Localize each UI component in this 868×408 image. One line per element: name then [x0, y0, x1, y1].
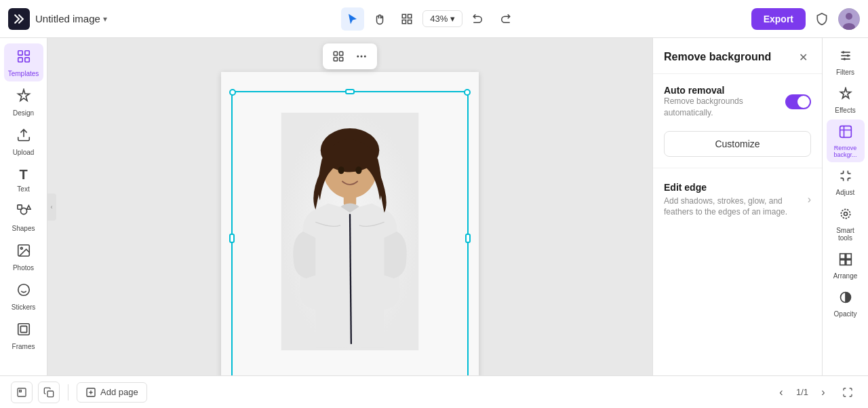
right-item-arrange[interactable]: Arrange	[827, 247, 865, 284]
right-item-filters[interactable]: Filters	[827, 43, 865, 80]
replace-image-button[interactable]	[328, 46, 349, 67]
sidebar-item-frames[interactable]: Frames	[4, 316, 43, 354]
sidebar-item-design[interactable]: Design	[4, 83, 43, 121]
svg-rect-10	[24, 58, 28, 62]
add-page-button[interactable]: Add page	[77, 382, 147, 403]
svg-point-40	[844, 212, 847, 216]
floating-toolbar	[323, 43, 377, 69]
bottom-bar: Add page ‹ 1/1 ›	[0, 375, 868, 408]
panel-close-button[interactable]: ✕	[795, 49, 811, 65]
edit-edge-row[interactable]: Edit edge Add shadows, strokes, glow, an…	[664, 179, 811, 221]
undo-button[interactable]	[467, 7, 490, 31]
image-selection	[231, 91, 469, 375]
svg-rect-48	[20, 390, 22, 392]
next-page-button[interactable]: ›	[814, 383, 833, 402]
stickers-icon	[16, 282, 31, 301]
svg-point-31	[361, 56, 363, 58]
main-area: Templates Design Upload T Text Shapes	[0, 38, 868, 375]
auto-removal-toggle[interactable]	[785, 94, 811, 109]
edit-edge-info: Edit edge Add shadows, strokes, glow, an…	[664, 182, 808, 219]
opacity-label: Opacity	[834, 310, 857, 318]
sidebar-item-stickers[interactable]: Stickers	[4, 277, 43, 315]
svg-rect-0	[403, 14, 406, 18]
topbar: Untitled image ▾ 43% ▾ Export	[0, 0, 868, 38]
svg-rect-8	[24, 51, 28, 55]
sidebar-item-shapes[interactable]: Shapes	[4, 198, 43, 236]
svg-rect-49	[47, 391, 54, 397]
right-item-opacity[interactable]: Opacity	[827, 285, 865, 322]
add-page-label: Add page	[100, 387, 138, 397]
svg-rect-2	[403, 20, 406, 23]
svg-rect-3	[408, 20, 412, 23]
sidebar-label-design: Design	[13, 109, 34, 117]
right-item-adjust[interactable]: Adjust	[827, 164, 865, 200]
upload-icon	[16, 128, 31, 146]
sidebar-label-shapes: Shapes	[12, 225, 35, 232]
panel-content: Remove background ✕ Auto removal Remove …	[652, 38, 822, 375]
sidebar-item-templates[interactable]: Templates	[4, 43, 43, 81]
svg-rect-29	[340, 58, 343, 61]
svg-rect-28	[334, 58, 337, 61]
handle-middle-left[interactable]	[229, 234, 235, 243]
adjust-label: Adjust	[836, 189, 855, 196]
divider	[68, 384, 68, 401]
left-sidebar: Templates Design Upload T Text Shapes	[0, 38, 47, 375]
templates-icon	[16, 49, 31, 67]
frames-icon	[16, 322, 31, 340]
more-options-button[interactable]	[351, 46, 372, 67]
handle-top-center[interactable]	[345, 89, 355, 94]
shield-button[interactable]	[811, 8, 833, 30]
panel-header: Remove background ✕	[653, 38, 822, 74]
sidebar-item-photos[interactable]: Photos	[4, 238, 43, 276]
right-icon-bar: Filters Effects Remove backgr... Adjust	[822, 38, 868, 375]
thumbnail-button[interactable]	[11, 382, 33, 403]
sidebar-label-upload: Upload	[13, 149, 35, 156]
pointer-tool[interactable]	[341, 7, 364, 31]
svg-point-41	[841, 209, 850, 218]
redo-button[interactable]	[494, 7, 517, 31]
svg-rect-7	[18, 51, 22, 55]
page-number: 1/1	[796, 387, 808, 397]
edit-edge-desc: Add shadows, strokes, glow, and feathers…	[664, 196, 808, 219]
remove-bg-label: Remove backgr...	[829, 145, 862, 158]
auto-removal-desc: Remove backgrounds automatically.	[664, 96, 785, 119]
right-item-effects[interactable]: Effects	[827, 81, 865, 118]
zoom-control[interactable]: 43% ▾	[422, 10, 462, 27]
right-item-smart-tools[interactable]: Smart tools	[827, 202, 865, 246]
copy-button[interactable]	[38, 382, 60, 403]
auto-removal-info: Auto removal Remove backgrounds automati…	[664, 85, 785, 119]
sidebar-collapse-handle[interactable]: ‹	[47, 193, 56, 221]
user-avatar[interactable]	[838, 8, 860, 30]
svg-point-15	[20, 247, 22, 249]
svg-point-32	[364, 56, 366, 58]
sidebar-label-text: Text	[17, 185, 29, 193]
title-chevron: ▾	[103, 14, 107, 24]
right-panel: Remove background ✕ Auto removal Remove …	[652, 38, 868, 375]
prev-page-button[interactable]: ‹	[772, 383, 791, 402]
handle-top-left[interactable]	[229, 89, 236, 96]
hand-tool[interactable]	[368, 7, 391, 31]
auto-removal-section: Auto removal Remove backgrounds automati…	[653, 74, 822, 168]
panel-title: Remove background	[664, 51, 771, 63]
photos-icon	[16, 243, 31, 261]
sidebar-item-text[interactable]: T Text	[4, 162, 43, 197]
page-navigation: ‹ 1/1 ›	[772, 383, 833, 402]
auto-removal-title: Auto removal	[664, 85, 785, 96]
expand-button[interactable]	[838, 383, 857, 402]
zoom-level: 43%	[430, 14, 448, 24]
handle-middle-right[interactable]	[465, 234, 471, 243]
edit-edge-title: Edit edge	[664, 182, 808, 193]
svg-rect-27	[340, 52, 343, 55]
canvas-area: Page 1	[47, 38, 652, 375]
svg-rect-17	[18, 324, 29, 335]
right-item-remove-bg[interactable]: Remove backgr...	[827, 119, 865, 162]
document-title[interactable]: Untitled image ▾	[35, 13, 107, 24]
adjust-icon	[839, 169, 852, 186]
svg-marker-13	[26, 206, 31, 210]
auto-removal-header: Auto removal Remove backgrounds automati…	[664, 85, 811, 119]
handle-top-right[interactable]	[464, 89, 471, 96]
customize-button[interactable]: Customize	[664, 131, 811, 157]
layout-tool[interactable]	[395, 7, 418, 31]
export-button[interactable]: Export	[751, 8, 806, 30]
sidebar-item-upload[interactable]: Upload	[4, 122, 43, 160]
